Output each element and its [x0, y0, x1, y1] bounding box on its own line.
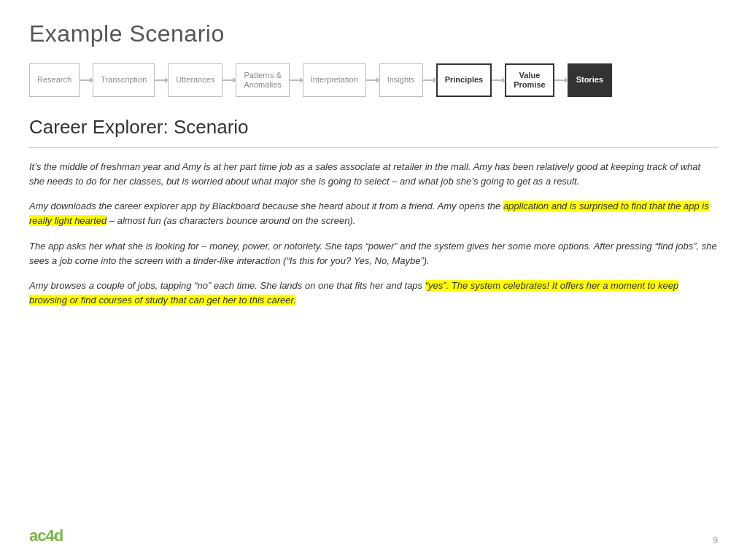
paragraph-2: Amy downloads the career explorer app by… [29, 199, 718, 228]
paragraph-1: It’s the middle of freshman year and Amy… [29, 160, 718, 189]
flow-arrow-5 [366, 79, 379, 81]
body-content: It’s the middle of freshman year and Amy… [29, 160, 718, 521]
paragraph-3: The app asks her what she is looking for… [29, 239, 718, 268]
footer: ac4d 9 [29, 521, 718, 545]
paragraph-4: Amy browses a couple of jobs, tapping “n… [29, 279, 718, 308]
flow-arrow-7 [492, 79, 505, 81]
flow-arrow-1 [80, 79, 93, 81]
flow-step-patterns[interactable]: Patterns &Anomalies [236, 63, 289, 97]
section-title: Career Explorer: Scenario [29, 116, 718, 139]
flow-step-transcription[interactable]: Transcription [93, 63, 155, 97]
flow-arrow-2 [155, 79, 168, 81]
flow-step-utterances[interactable]: Utterances [168, 63, 222, 97]
page: Example Scenario Research Transcription … [0, 0, 747, 560]
flow-arrow-3 [222, 79, 236, 81]
flow-step-research[interactable]: Research [29, 63, 80, 97]
flow-arrow-8 [554, 79, 568, 81]
flow-step-principles[interactable]: Principles [436, 63, 492, 97]
page-title: Example Scenario [29, 20, 718, 47]
flow-arrow-6 [423, 79, 436, 81]
process-flow: Research Transcription Utterances Patter… [29, 63, 718, 97]
flow-arrow-4 [290, 79, 303, 81]
flow-step-insights[interactable]: Insights [379, 63, 423, 97]
flow-step-interpretation[interactable]: Interpretation [303, 63, 366, 97]
flow-step-stories[interactable]: Stories [568, 63, 612, 97]
section-divider [29, 147, 718, 148]
logo: ac4d [29, 526, 63, 545]
page-number: 9 [713, 535, 718, 545]
flow-step-value-promise[interactable]: ValuePromise [505, 63, 554, 97]
